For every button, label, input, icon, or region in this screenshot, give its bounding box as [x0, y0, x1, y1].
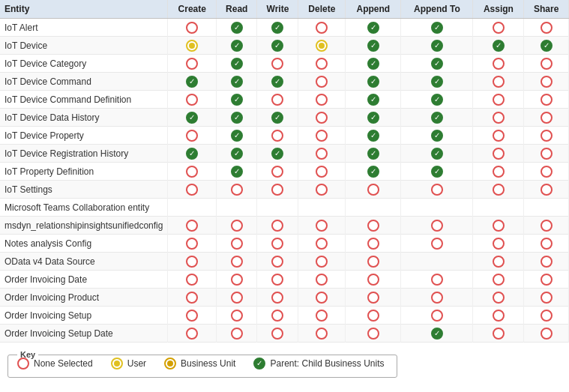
- cell-appendTo[interactable]: [401, 181, 473, 199]
- cell-append[interactable]: [346, 73, 401, 91]
- cell-delete[interactable]: [298, 199, 346, 217]
- cell-create[interactable]: [168, 127, 217, 145]
- cell-share[interactable]: [524, 19, 569, 37]
- cell-append[interactable]: [346, 271, 401, 289]
- cell-read[interactable]: [217, 145, 257, 163]
- cell-appendTo[interactable]: [401, 271, 473, 289]
- cell-share[interactable]: [524, 145, 569, 163]
- cell-appendTo[interactable]: [401, 19, 473, 37]
- cell-read[interactable]: [217, 127, 257, 145]
- cell-write[interactable]: [257, 91, 298, 109]
- cell-write[interactable]: [257, 19, 298, 37]
- cell-create[interactable]: [168, 163, 217, 181]
- cell-appendTo[interactable]: [401, 91, 473, 109]
- cell-share[interactable]: [524, 307, 569, 325]
- cell-delete[interactable]: [298, 217, 346, 235]
- cell-assign[interactable]: [473, 145, 524, 163]
- cell-delete[interactable]: [298, 163, 346, 181]
- cell-delete[interactable]: [298, 145, 346, 163]
- cell-append[interactable]: [346, 181, 401, 199]
- cell-delete[interactable]: [298, 307, 346, 325]
- cell-appendTo[interactable]: [401, 289, 473, 307]
- cell-appendTo[interactable]: [401, 127, 473, 145]
- cell-append[interactable]: [346, 199, 401, 217]
- cell-append[interactable]: [346, 325, 401, 343]
- cell-read[interactable]: [217, 109, 257, 127]
- cell-delete[interactable]: [298, 127, 346, 145]
- cell-create[interactable]: [168, 73, 217, 91]
- cell-assign[interactable]: [473, 19, 524, 37]
- cell-appendTo[interactable]: [401, 325, 473, 343]
- cell-read[interactable]: [217, 235, 257, 253]
- cell-append[interactable]: [346, 127, 401, 145]
- cell-share[interactable]: [524, 37, 569, 55]
- cell-write[interactable]: [257, 271, 298, 289]
- cell-create[interactable]: [168, 271, 217, 289]
- cell-read[interactable]: [217, 253, 257, 271]
- cell-read[interactable]: [217, 217, 257, 235]
- cell-append[interactable]: [346, 253, 401, 271]
- cell-read[interactable]: [217, 325, 257, 343]
- cell-write[interactable]: [257, 217, 298, 235]
- cell-create[interactable]: [168, 199, 217, 217]
- cell-appendTo[interactable]: [401, 199, 473, 217]
- cell-append[interactable]: [346, 217, 401, 235]
- cell-create[interactable]: [168, 325, 217, 343]
- cell-append[interactable]: [346, 289, 401, 307]
- cell-delete[interactable]: [298, 37, 346, 55]
- cell-share[interactable]: [524, 199, 569, 217]
- cell-share[interactable]: [524, 235, 569, 253]
- cell-share[interactable]: [524, 289, 569, 307]
- cell-assign[interactable]: [473, 325, 524, 343]
- cell-assign[interactable]: [473, 217, 524, 235]
- cell-write[interactable]: [257, 325, 298, 343]
- cell-delete[interactable]: [298, 91, 346, 109]
- cell-write[interactable]: [257, 235, 298, 253]
- cell-appendTo[interactable]: [401, 253, 473, 271]
- cell-create[interactable]: [168, 55, 217, 73]
- cell-delete[interactable]: [298, 181, 346, 199]
- cell-write[interactable]: [257, 55, 298, 73]
- cell-appendTo[interactable]: [401, 217, 473, 235]
- cell-share[interactable]: [524, 109, 569, 127]
- cell-create[interactable]: [168, 181, 217, 199]
- cell-write[interactable]: [257, 109, 298, 127]
- cell-create[interactable]: [168, 91, 217, 109]
- cell-share[interactable]: [524, 217, 569, 235]
- cell-delete[interactable]: [298, 253, 346, 271]
- cell-append[interactable]: [346, 55, 401, 73]
- cell-create[interactable]: [168, 307, 217, 325]
- cell-append[interactable]: [346, 91, 401, 109]
- cell-assign[interactable]: [473, 289, 524, 307]
- cell-write[interactable]: [257, 181, 298, 199]
- cell-assign[interactable]: [473, 91, 524, 109]
- cell-assign[interactable]: [473, 253, 524, 271]
- cell-share[interactable]: [524, 325, 569, 343]
- cell-write[interactable]: [257, 37, 298, 55]
- cell-appendTo[interactable]: [401, 307, 473, 325]
- cell-assign[interactable]: [473, 127, 524, 145]
- cell-appendTo[interactable]: [401, 145, 473, 163]
- cell-share[interactable]: [524, 181, 569, 199]
- cell-append[interactable]: [346, 37, 401, 55]
- cell-assign[interactable]: [473, 73, 524, 91]
- cell-assign[interactable]: [473, 235, 524, 253]
- cell-append[interactable]: [346, 235, 401, 253]
- cell-assign[interactable]: [473, 199, 524, 217]
- cell-appendTo[interactable]: [401, 37, 473, 55]
- cell-read[interactable]: [217, 55, 257, 73]
- cell-assign[interactable]: [473, 271, 524, 289]
- cell-append[interactable]: [346, 109, 401, 127]
- cell-delete[interactable]: [298, 73, 346, 91]
- cell-create[interactable]: [168, 145, 217, 163]
- cell-read[interactable]: [217, 181, 257, 199]
- cell-create[interactable]: [168, 19, 217, 37]
- cell-delete[interactable]: [298, 289, 346, 307]
- cell-delete[interactable]: [298, 109, 346, 127]
- cell-delete[interactable]: [298, 19, 346, 37]
- cell-write[interactable]: [257, 307, 298, 325]
- cell-assign[interactable]: [473, 163, 524, 181]
- cell-write[interactable]: [257, 289, 298, 307]
- cell-assign[interactable]: [473, 307, 524, 325]
- cell-share[interactable]: [524, 73, 569, 91]
